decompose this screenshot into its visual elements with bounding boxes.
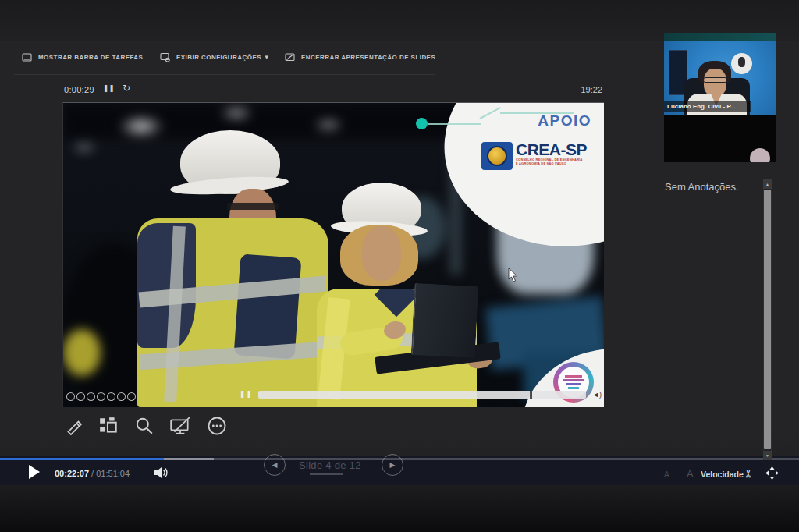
screen-annotate-icon[interactable] <box>169 414 192 438</box>
presenter-glasses <box>703 77 727 83</box>
logo-bar <box>565 375 582 378</box>
slide-video-playhead <box>530 391 532 399</box>
light-glow <box>71 140 98 154</box>
accent-line <box>428 123 481 125</box>
clip-scissors-icon[interactable]: ✂ <box>742 469 755 478</box>
crea-subtitle-2: E AGRONOMIA DE SÃO PAULO <box>516 161 587 165</box>
man-vest <box>137 218 328 407</box>
show-taskbar-button[interactable]: MOSTRAR BARRA DE TAREFAS <box>22 49 143 65</box>
duration: 01:51:04 <box>96 469 130 478</box>
show-settings-label: EXIBIR CONFIGURAÇÕES ▼ <box>176 54 270 61</box>
slide-video-control[interactable] <box>97 392 105 401</box>
slide-counter: Slide 4 de 12 <box>299 459 361 471</box>
woman-face <box>362 226 401 281</box>
slide-video-control[interactable] <box>117 392 126 401</box>
slide-counter-underline <box>310 473 343 475</box>
display-settings-icon <box>160 52 170 62</box>
crea-name: CREA-SP <box>516 142 587 158</box>
webcam-video: Luciano Eng. Civil - P... <box>664 33 776 162</box>
slide-video-speaker-icon[interactable]: ◄) <box>592 391 602 399</box>
man-jacket-shoulder <box>137 223 196 348</box>
below-player-area <box>0 485 799 532</box>
logo-bar <box>566 383 581 385</box>
zoom-tool-icon[interactable] <box>133 414 156 438</box>
scrollbar-up-button[interactable]: ▲ <box>763 179 772 189</box>
end-slideshow-label: ENCERRAR APRESENTAÇÃO DE SLIDES <box>301 54 435 61</box>
time-separator: / <box>91 469 94 478</box>
woman-collar <box>375 289 419 317</box>
logo-bar <box>568 387 579 389</box>
speed-button[interactable]: Velocidade <box>701 470 744 479</box>
crea-sp-logo: CREA-SP CONSELHO REGIONAL DE ENGENHARIA … <box>481 142 587 170</box>
slide-video-pause-icon[interactable]: ❚❚ <box>240 390 253 398</box>
logo-bar <box>563 379 584 381</box>
crea-gold-seal <box>487 146 507 166</box>
presenter-face <box>704 69 726 97</box>
crea-emblem <box>481 142 513 170</box>
slide-video-control[interactable] <box>76 392 85 401</box>
scrollbar-down-button[interactable]: ▼ <box>763 451 772 460</box>
laptop-screen <box>411 283 479 358</box>
accent-line <box>500 112 574 114</box>
no-annotations-text: Sem Anotações. <box>665 181 739 193</box>
apoio-label: APOIO <box>488 112 591 129</box>
slide-sorter-icon[interactable] <box>97 414 120 438</box>
fullscreen-icon[interactable] <box>765 466 779 480</box>
prev-icon: ◀ <box>272 461 278 469</box>
toolbar-divider <box>14 74 435 75</box>
font-smaller-button[interactable]: A <box>664 470 669 479</box>
play-button[interactable] <box>28 465 42 479</box>
teal-accent-dot <box>416 118 428 129</box>
webcam-top-strip <box>664 33 776 41</box>
restart-timer-icon[interactable]: ↻ <box>123 83 130 94</box>
more-tools-icon[interactable] <box>205 414 229 438</box>
annotations-scrollbar-thumb[interactable] <box>764 190 771 449</box>
show-settings-button[interactable]: EXIBIR CONFIGURAÇÕES ▼ <box>160 49 270 65</box>
slide-video-control[interactable] <box>87 392 95 401</box>
pause-presentation-icon[interactable]: ❚❚ <box>103 84 115 92</box>
light-glow <box>219 105 254 122</box>
taskbar-icon <box>22 52 32 62</box>
wall-logo <box>731 53 752 74</box>
end-slideshow-icon <box>285 52 295 62</box>
next-icon: ▶ <box>390 461 396 469</box>
font-larger-button[interactable]: A <box>687 468 694 480</box>
end-slideshow-button[interactable]: ENCERRAR APRESENTAÇÃO DE SLIDES <box>285 49 435 65</box>
wall-logo-mark <box>738 57 745 67</box>
wall-clock: 19:22 <box>538 85 602 94</box>
next-slide-button[interactable]: ▶ <box>382 454 403 476</box>
volume-icon[interactable] <box>154 466 170 479</box>
slide-video-progress[interactable] <box>258 391 586 399</box>
pen-tool-icon[interactable] <box>62 414 86 438</box>
presenter-name-caption: Luciano Eng. Civil - P... <box>664 101 751 112</box>
slide-video-control[interactable] <box>107 392 115 401</box>
prev-slide-button[interactable]: ◀ <box>264 454 286 476</box>
current-time: 00:22:07 <box>55 469 89 478</box>
show-taskbar-label: MOSTRAR BARRA DE TAREFAS <box>38 54 143 61</box>
worker-man <box>137 126 332 407</box>
slide-video-control[interactable] <box>66 392 75 401</box>
man-glasses <box>227 203 279 210</box>
seek-bar-played <box>0 458 164 460</box>
yellow-barrel <box>63 329 101 376</box>
mouse-cursor <box>508 268 518 282</box>
time-display: 00:22:07 / 01:51:04 <box>55 469 130 478</box>
elapsed-timer: 0:00:29 <box>64 85 94 94</box>
slide-video-control[interactable] <box>127 392 136 401</box>
screen-share-frame: MOSTRAR BARRA DE TAREFAS EXIBIR CONFIGUR… <box>0 0 799 532</box>
slide-image: APOIO CREA-SP CONSELHO REGIONAL DE ENGEN… <box>62 102 604 407</box>
